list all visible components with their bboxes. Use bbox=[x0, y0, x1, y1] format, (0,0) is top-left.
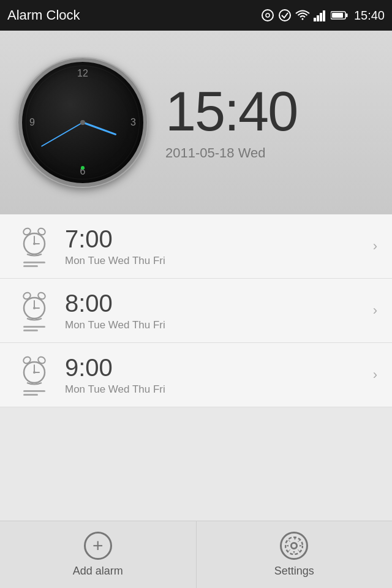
alarm-info-2: 8:00 Mon Tue Wed Thu Fri bbox=[59, 290, 373, 331]
alarm-days-3: Mon Tue Wed Thu Fri bbox=[65, 383, 373, 396]
digital-clock: 15:40 2011-05-18 Wed bbox=[165, 84, 297, 161]
alarm-info-3: 9:00 Mon Tue Wed Thu Fri bbox=[59, 354, 373, 396]
svg-point-27 bbox=[33, 371, 36, 374]
alarm-info-1: 7:00 Mon Tue Wed Thu Fri bbox=[59, 225, 373, 267]
circle-icon bbox=[261, 9, 274, 22]
alarm-days-2: Mon Tue Wed Thu Fri bbox=[65, 319, 373, 331]
alarm-item-3[interactable]: 9:00 Mon Tue Wed Thu Fri › bbox=[0, 343, 392, 407]
svg-rect-6 bbox=[323, 10, 325, 21]
svg-point-2 bbox=[279, 10, 290, 21]
svg-rect-3 bbox=[314, 18, 316, 21]
gear-svg bbox=[285, 537, 303, 555]
alarm-icon-wrap-1 bbox=[10, 225, 59, 267]
add-alarm-button[interactable]: + Add alarm bbox=[0, 521, 197, 588]
green-indicator bbox=[81, 166, 85, 170]
check-icon bbox=[278, 9, 292, 22]
analog-clock: 12 3 6 9 bbox=[18, 58, 147, 187]
alarm-clock-icon-3 bbox=[18, 354, 50, 386]
alarm-icon-wrap-3 bbox=[10, 354, 59, 396]
alarm-chevron-1: › bbox=[373, 238, 377, 254]
wifi-icon bbox=[295, 9, 310, 21]
alarm-clock-icon-2 bbox=[18, 290, 50, 322]
hour-hand bbox=[82, 122, 116, 136]
plus-icon: + bbox=[84, 532, 112, 560]
svg-point-1 bbox=[266, 13, 270, 17]
svg-point-21 bbox=[33, 307, 36, 309]
alarm-time-1: 7:00 bbox=[65, 225, 373, 252]
clock-num-9: 9 bbox=[29, 117, 35, 128]
battery-icon bbox=[331, 10, 348, 20]
svg-point-29 bbox=[292, 543, 297, 549]
alarm-list: 7:00 Mon Tue Wed Thu Fri › 8:00 Mon bbox=[0, 214, 392, 407]
svg-point-15 bbox=[33, 243, 36, 245]
icon-lines-2 bbox=[23, 326, 45, 331]
icon-lines-3 bbox=[23, 390, 45, 396]
alarm-clock-icon-1 bbox=[18, 225, 50, 257]
minute-hand bbox=[41, 122, 83, 147]
digital-time: 15:40 bbox=[165, 84, 297, 139]
icon-lines-1 bbox=[23, 262, 45, 267]
clock-num-3: 3 bbox=[130, 117, 136, 128]
signal-icon bbox=[314, 9, 327, 21]
icon-line-bot-3 bbox=[23, 394, 38, 396]
alarm-days-1: Mon Tue Wed Thu Fri bbox=[65, 255, 373, 267]
digital-date: 2011-05-18 Wed bbox=[165, 145, 266, 161]
clock-center bbox=[80, 120, 85, 125]
svg-rect-8 bbox=[345, 13, 347, 17]
clock-face: 12 3 6 9 bbox=[18, 58, 147, 187]
alarm-chevron-3: › bbox=[373, 367, 377, 383]
clock-section: 12 3 6 9 15:40 2011-05-18 Wed bbox=[0, 31, 392, 214]
app-title: Alarm Clock bbox=[7, 7, 80, 23]
status-time: 15:40 bbox=[354, 9, 385, 23]
icon-line-bot-2 bbox=[23, 330, 38, 331]
icon-line-top-3 bbox=[23, 390, 45, 392]
status-bar: Alarm Clock 1 bbox=[0, 0, 392, 31]
svg-point-0 bbox=[262, 10, 273, 21]
icon-line-top-2 bbox=[23, 326, 45, 328]
add-alarm-label: Add alarm bbox=[73, 565, 123, 578]
icon-line-bot-1 bbox=[23, 265, 38, 267]
alarm-item-1[interactable]: 7:00 Mon Tue Wed Thu Fri › bbox=[0, 214, 392, 279]
svg-rect-4 bbox=[317, 15, 319, 21]
alarm-time-3: 9:00 bbox=[65, 354, 373, 381]
gear-icon bbox=[280, 532, 308, 560]
svg-rect-9 bbox=[332, 13, 343, 18]
settings-button[interactable]: Settings bbox=[197, 521, 393, 588]
clock-num-12: 12 bbox=[77, 68, 88, 79]
alarm-item-2[interactable]: 8:00 Mon Tue Wed Thu Fri › bbox=[0, 279, 392, 343]
alarm-time-2: 8:00 bbox=[65, 290, 373, 317]
clock-num-6: 6 bbox=[80, 166, 86, 177]
bottom-bar: + Add alarm Settings bbox=[0, 521, 392, 588]
alarm-chevron-2: › bbox=[373, 303, 377, 318]
status-icons: 15:40 bbox=[261, 9, 385, 23]
settings-label: Settings bbox=[274, 565, 314, 578]
svg-rect-5 bbox=[320, 13, 322, 21]
icon-line-top-1 bbox=[23, 262, 45, 263]
alarm-icon-wrap-2 bbox=[10, 290, 59, 331]
